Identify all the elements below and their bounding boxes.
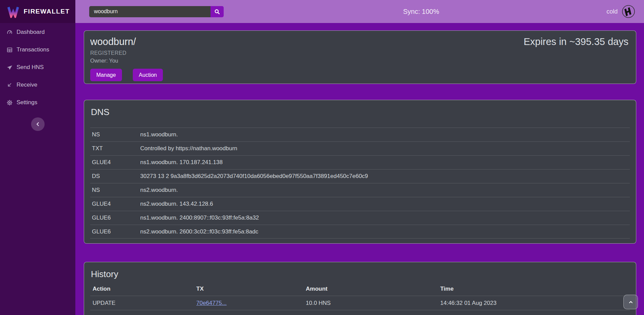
wallet-name: cold (606, 8, 618, 15)
page-title: woodburn/ (90, 36, 163, 47)
tx-link[interactable]: 70e64775... (196, 300, 227, 306)
app-logo[interactable]: FIREWALLET (0, 0, 75, 23)
tx-link[interactable]: 45b81c... (196, 314, 220, 315)
domain-summary-card: woodburn/ REGISTERED Owner: You Manage A… (84, 30, 636, 84)
history-col-action: Action (90, 286, 196, 292)
dns-record-row: TXT Controlled by https://nathan.woodbur… (90, 141, 630, 155)
history-amount: 10.0 HNS (306, 300, 440, 307)
dns-record-value: ns2.woodburn. 2600:3c02::f03c:93ff:fe5a:… (140, 228, 630, 235)
arrow-down-left-icon (6, 82, 13, 88)
dns-record-type: DS (90, 173, 140, 180)
dns-record-type: GLUE4 (90, 201, 140, 207)
scroll-to-top-button[interactable] (623, 295, 638, 309)
dns-record-row: NS ns1.woodburn. (90, 128, 630, 141)
domain-status: REGISTERED (90, 50, 163, 56)
dns-record-type: GLUE6 (90, 215, 140, 221)
page-content: woodburn/ REGISTERED Owner: You Manage A… (75, 23, 644, 315)
dns-record-type: NS (90, 187, 140, 194)
paper-plane-icon (6, 64, 13, 71)
history-col-amount: Amount (306, 286, 440, 292)
dns-record-row: GLUE4 ns2.woodburn. 143.42.128.6 (90, 197, 630, 211)
dns-record-value: ns1.woodburn. (140, 131, 630, 138)
history-action: UPDATE (90, 300, 196, 307)
sidebar-collapse-button[interactable] (31, 117, 45, 131)
gear-icon (6, 99, 13, 106)
history-table: Action TX Amount Time UPDATE 70e64775...… (90, 282, 630, 315)
dns-record-value: ns2.woodburn. (140, 187, 630, 194)
dns-table: NS ns1.woodburn. TXT Controlled by https… (90, 128, 630, 239)
top-bar: Sync: 100% cold (75, 0, 644, 23)
dns-record-value: ns1.woodburn. 170.187.241.138 (140, 159, 630, 166)
history-title: History (91, 269, 630, 279)
table-icon (6, 47, 13, 53)
sidebar-item-dashboard[interactable]: Dashboard (0, 23, 75, 41)
dns-record-row: DS 30273 13 2 9a3a8fb3d625d2a2073d740f10… (90, 169, 630, 183)
history-col-time: Time (440, 286, 630, 292)
chevron-up-icon (628, 299, 634, 305)
dns-record-row: GLUE6 ns2.woodburn. 2600:3c02::f03c:93ff… (90, 225, 630, 239)
sidebar-item-label: Dashboard (17, 29, 45, 36)
sidebar-item-label: Send HNS (17, 64, 44, 71)
search-button[interactable] (210, 6, 224, 17)
search-group (89, 6, 224, 17)
firewallet-w-icon (7, 5, 20, 18)
dns-record-value: ns1.woodburn. 2400:8907::f03c:93ff:fe5a:… (140, 215, 630, 221)
history-time: 15:47:06 07 Jul 2023 (440, 314, 630, 315)
gauge-icon (6, 29, 13, 36)
domain-summary-left: woodburn/ REGISTERED Owner: You Manage A… (90, 36, 163, 81)
wallet-selector[interactable]: cold (606, 5, 635, 18)
dns-record-row: GLUE6 ns1.woodburn. 2400:8907::f03c:93ff… (90, 211, 630, 225)
manage-button[interactable]: Manage (90, 69, 122, 81)
handshake-logo-icon (622, 5, 635, 18)
sidebar-item-label: Receive (17, 82, 37, 88)
history-amount: 10.0 HNS (306, 314, 440, 315)
dns-record-type: GLUE6 (90, 228, 140, 235)
dns-record-value: Controlled by https://nathan.woodburn (140, 145, 630, 152)
sidebar-nav: Dashboard Transactions Send HNS (0, 23, 75, 111)
history-row: RENEW 45b81c... 10.0 HNS 15:47:06 07 Jul… (90, 310, 630, 315)
app-window: FIREWALLET Dashboard Transactions (0, 0, 644, 315)
sidebar-item-label: Transactions (17, 46, 49, 53)
sidebar-item-receive[interactable]: Receive (0, 76, 75, 94)
dns-record-row: NS ns2.woodburn. (90, 183, 630, 197)
dns-record-type: TXT (90, 145, 140, 152)
dns-record-value: 30273 13 2 9a3a8fb3d625d2a2073d740f10da6… (140, 173, 630, 180)
sidebar-item-settings[interactable]: Settings (0, 94, 75, 111)
sidebar-item-send-hns[interactable]: Send HNS (0, 59, 75, 76)
sidebar-item-label: Settings (17, 99, 37, 106)
dns-record-row: GLUE4 ns1.woodburn. 170.187.241.138 (90, 155, 630, 169)
dns-title: DNS (91, 107, 630, 117)
sidebar-item-transactions[interactable]: Transactions (0, 41, 75, 59)
dns-record-type: GLUE4 (90, 159, 140, 166)
expiry-text: Expires in ~395.35 days (524, 36, 630, 47)
domain-actions: Manage Auction (90, 69, 163, 81)
history-time: 14:46:32 01 Aug 2023 (440, 300, 630, 307)
search-input[interactable] (89, 6, 210, 17)
history-row: UPDATE 70e64775... 10.0 HNS 14:46:32 01 … (90, 296, 630, 310)
chevron-left-icon (35, 121, 41, 127)
sync-status: Sync: 100% (403, 8, 439, 16)
history-col-tx: TX (196, 286, 306, 292)
dns-record-value: ns2.woodburn. 143.42.128.6 (140, 201, 630, 207)
domain-owner: Owner: You (90, 58, 163, 64)
sidebar: FIREWALLET Dashboard Transactions (0, 0, 75, 315)
dns-record-type: NS (90, 131, 140, 138)
history-action: RENEW (90, 314, 196, 315)
app-title: FIREWALLET (24, 8, 70, 15)
auction-button[interactable]: Auction (133, 69, 163, 81)
dns-card: DNS NS ns1.woodburn. TXT Controlled by h… (84, 100, 636, 244)
main-area: Sync: 100% cold (75, 0, 644, 315)
history-header-row: Action TX Amount Time (90, 282, 630, 296)
history-card: History Action TX Amount Time UPDATE 70e… (84, 262, 636, 315)
search-icon (214, 8, 220, 15)
